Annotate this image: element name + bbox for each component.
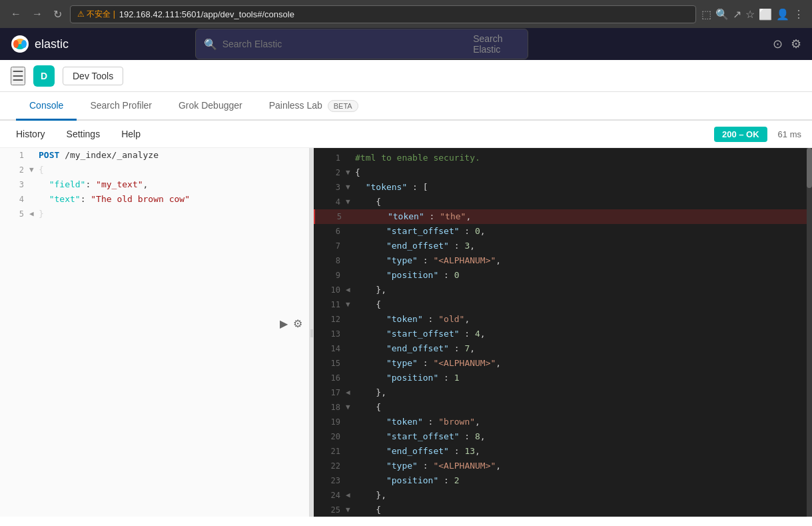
- tab-painless-lab[interactable]: Painless Lab BETA: [256, 92, 372, 121]
- svg-point-3: [13, 40, 19, 48]
- right-line-5: 5 "token" : "the",: [314, 209, 812, 224]
- search-bar[interactable]: 🔍 Search Elastic: [195, 29, 528, 59]
- code-line-1: 1 POST /my_index/_analyze: [0, 148, 309, 163]
- settings-button[interactable]: Settings: [61, 126, 106, 142]
- elastic-logo-icon: [11, 35, 29, 53]
- help-button[interactable]: Help: [116, 126, 146, 142]
- right-line-1: 1 #tml to enable security.: [314, 151, 812, 165]
- right-line-18: 18 ▼ {: [314, 400, 812, 415]
- right-line-20: 20 "start_offset" : 8,: [314, 429, 812, 444]
- code-actions: ▶ ⚙: [278, 316, 304, 331]
- profile-button[interactable]: 👤: [776, 8, 789, 21]
- right-line-9: 9 "position" : 0: [314, 268, 812, 283]
- url-text: 192.168.42.111:5601/app/dev_tools#/conso…: [119, 9, 294, 19]
- right-line-8: 8 "type" : "<ALPHANUM>",: [314, 253, 812, 268]
- reload-button[interactable]: ↻: [51, 5, 65, 23]
- header-right: ⊙ ⚙: [773, 37, 801, 51]
- right-line-11: 11 ▼ {: [314, 297, 812, 312]
- right-line-2: 2 ▼ {: [314, 165, 812, 180]
- app-bar: ☰ D Dev Tools: [0, 60, 812, 92]
- nav-tabs: Console Search Profiler Grok Debugger Pa…: [0, 92, 812, 121]
- right-line-6: 6 "start_offset" : 0,: [314, 224, 812, 239]
- menu-button[interactable]: ⋮: [793, 8, 804, 21]
- app-badge: D: [33, 65, 55, 87]
- history-button[interactable]: History: [11, 126, 51, 142]
- elastic-header: elastic 🔍 Search Elastic ⊙ ⚙: [0, 28, 812, 60]
- bookmark-button[interactable]: ☆: [745, 8, 755, 21]
- right-line-12: 12 "token" : "old",: [314, 312, 812, 327]
- user-icon[interactable]: ⚙: [791, 37, 801, 51]
- status-badge: 200 – OK: [714, 127, 767, 142]
- right-line-17: 17 ◀ },: [314, 385, 812, 400]
- browser-chrome: ← → ↻ ⚠ 不安全 | 192.168.42.111:5601/app/de…: [0, 0, 812, 28]
- code-line-3: 3 "field": "my_text",: [0, 177, 309, 192]
- code-line-5: 5 ◀ }: [0, 207, 309, 221]
- beta-badge: BETA: [328, 100, 358, 112]
- copy-button[interactable]: ⚙: [292, 316, 304, 331]
- tab-search-profiler[interactable]: Search Profiler: [77, 92, 165, 121]
- right-line-10: 10 ◀ },: [314, 283, 812, 297]
- right-panel[interactable]: 1 #tml to enable security. 2 ▼ { 3 ▼ "to…: [314, 148, 812, 517]
- right-line-22: 22 "type" : "<ALPHANUM>",: [314, 459, 812, 473]
- scrollbar[interactable]: [807, 148, 812, 517]
- right-line-16: 16 "position" : 1: [314, 371, 812, 385]
- back-button[interactable]: ←: [8, 5, 24, 23]
- toolbar: History Settings Help 200 – OK 61 ms: [0, 121, 812, 148]
- editor-area: 1 POST /my_index/_analyze 2 ▼ { 3 "field…: [0, 148, 812, 517]
- browser-actions: ⬚ 🔍 ↗ ☆ ⬜ 👤 ⋮: [701, 8, 804, 21]
- right-line-7: 7 "end_offset" : 3,: [314, 239, 812, 253]
- time-badge: 61 ms: [778, 129, 801, 139]
- search-input[interactable]: [222, 39, 468, 49]
- elastic-logo[interactable]: elastic: [11, 35, 69, 53]
- security-warning: ⚠ 不安全 |: [77, 9, 115, 20]
- tab-grok-debugger[interactable]: Grok Debugger: [165, 92, 256, 121]
- scrollbar-thumb[interactable]: [807, 148, 812, 188]
- search-icon: 🔍: [204, 38, 217, 51]
- tab-console[interactable]: Console: [16, 92, 77, 121]
- hamburger-button[interactable]: ☰: [11, 67, 25, 85]
- run-button[interactable]: ▶: [278, 316, 289, 331]
- forward-button[interactable]: →: [29, 5, 45, 23]
- extension-button[interactable]: ⬜: [759, 8, 772, 21]
- logo-text: elastic: [35, 37, 69, 51]
- search-label: Search Elastic: [473, 33, 520, 55]
- right-line-4: 4 ▼ {: [314, 195, 812, 209]
- right-line-24: 24 ◀ },: [314, 488, 812, 503]
- right-line-3: 3 ▼ "tokens" : [: [314, 180, 812, 195]
- dev-tools-button[interactable]: Dev Tools: [63, 67, 123, 85]
- right-line-21: 21 "end_offset" : 13,: [314, 444, 812, 459]
- zoom-button[interactable]: 🔍: [715, 8, 729, 21]
- right-line-19: 19 "token" : "brown",: [314, 415, 812, 429]
- right-line-14: 14 "end_offset" : 7,: [314, 341, 812, 356]
- address-bar: ⚠ 不安全 | 192.168.42.111:5601/app/dev_tool…: [70, 5, 696, 23]
- share-button[interactable]: ↗: [733, 8, 741, 21]
- right-line-15: 15 "type" : "<ALPHANUM>",: [314, 356, 812, 371]
- code-line-4: 4 "text": "The old brown cow": [0, 192, 309, 207]
- svg-point-4: [21, 40, 27, 48]
- left-panel[interactable]: 1 POST /my_index/_analyze 2 ▼ { 3 "field…: [0, 148, 310, 517]
- right-line-13: 13 "start_offset" : 4,: [314, 327, 812, 341]
- right-line-25: 25 ▼ {: [314, 503, 812, 517]
- help-icon[interactable]: ⊙: [773, 37, 783, 51]
- code-line-2: 2 ▼ {: [0, 163, 309, 177]
- right-line-23: 23 "position" : 2: [314, 473, 812, 488]
- screen-cast-button[interactable]: ⬚: [701, 8, 711, 21]
